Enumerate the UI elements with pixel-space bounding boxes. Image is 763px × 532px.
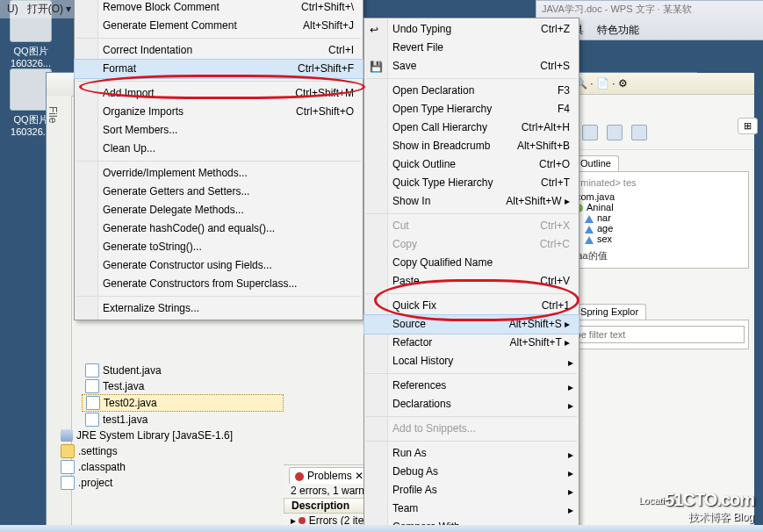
submenu-arrow-icon: ▸ [568,356,573,370]
menu-shortcut: Ctrl+Shift+F [298,62,354,75]
menu-item-label: Format [103,62,136,75]
menu-item[interactable]: Declarations▸ [364,395,579,413]
menu-item[interactable]: Generate Delegate Methods... [75,201,363,219]
filter-input[interactable] [564,326,745,343]
problems-tab[interactable]: Problems ✕ [289,467,370,484]
menu-item[interactable]: Add ImportCtrl+Shift+M [75,84,363,103]
outline-field[interactable]: sex [564,234,743,244]
toolbar-row [552,121,754,150]
menu-shortcut: Alt+Shift+T ▸ [510,336,570,349]
menu-item[interactable]: Debug As▸ [364,463,579,481]
menu-item[interactable]: Local History▸ [364,352,579,370]
menu-item[interactable]: Override/Implement Methods... [75,164,363,183]
menu-item[interactable]: Open DeclarationF3 [364,82,579,100]
menu-item[interactable]: PasteCtrl+V [364,272,579,291]
menu-item[interactable]: Generate Constructor using Fields... [75,256,363,275]
menu-item[interactable]: Show in BreadcrumbAlt+Shift+B [364,137,579,155]
menu-item-label: Add Import [103,87,155,99]
menu-item[interactable]: FormatCtrl+Shift+F [75,60,363,78]
console-status: <terminated> tes [564,177,743,188]
menu-item[interactable]: Generate Constructors from Superclass... [75,275,363,293]
desktop: QQ图片 160326... QQ图片 160326... JAVA学习.doc… [0,0,763,532]
menu-item-label: Generate Getters and Setters... [103,185,249,198]
menu-item[interactable]: RefactorAlt+Shift+T ▸ [364,334,579,352]
menu-item-label: Paste [392,275,420,287]
java-file[interactable]: test1.java [82,412,284,428]
tool-icon[interactable] [631,125,647,140]
taskbar[interactable] [0,525,763,532]
side-tab-label[interactable]: File [47,96,59,123]
outline-package[interactable]: com.java [564,191,743,202]
folder[interactable]: .settings [57,443,284,459]
menu-item[interactable]: Open Call HierarchyCtrl+Alt+H [364,119,579,137]
source-submenu[interactable]: Remove Block CommentCtrl+Shift+\Generate… [74,0,364,320]
menu-item[interactable]: Generate Getters and Setters... [75,183,363,201]
jre-library[interactable]: JRE System Library [JavaSE-1.6] [57,428,284,443]
menubar-fragment[interactable]: U) 打开(O) ▾ [0,0,78,18]
menu-item[interactable]: Quick Type HierarchyCtrl+T [364,174,579,192]
menu-item-label: Quick Type Hierarchy [392,176,493,189]
menu-item[interactable]: 打开(O) [27,3,63,15]
menu-item[interactable]: Quick OutlineCtrl+O [364,155,579,174]
menu-item[interactable]: Remove Block CommentCtrl+Shift+\ [75,0,363,17]
watermark-small: 技术博客 Blog [665,510,754,525]
spring-explorer-view[interactable]: 🍃 Spring Explor [558,304,749,349]
menu-item[interactable]: U) [7,3,18,15]
menu-item[interactable]: SourceAlt+Shift+S ▸ [364,315,579,334]
menu-item[interactable]: Generate toString()... [75,238,363,256]
menu-item: CopyCtrl+C [364,235,579,254]
menu-item[interactable]: Clean Up... [75,140,363,158]
menu-item[interactable]: SaveCtrl+S💾 [364,57,579,75]
menu-item[interactable]: Run As▸ [364,444,579,463]
file-label: test1.java [103,413,148,427]
dotfile[interactable]: .project [57,475,284,491]
menu-item[interactable]: Organize ImportsCtrl+Shift+O [75,103,363,121]
menu-item-label: Copy [392,238,417,250]
tool-icon[interactable] [607,125,623,140]
menu-item[interactable]: Sort Members... [75,121,363,140]
menu-shortcut: Ctrl+X [540,219,570,233]
menu-item[interactable]: Open Type HierarchyF4 [364,100,579,119]
menu-item[interactable]: Quick FixCtrl+1 [364,297,579,315]
menu-item[interactable]: Copy Qualified Name [364,254,579,272]
java-file[interactable]: Test.java [82,378,284,394]
menu-item-label: Clean Up... [103,142,155,155]
menu-separator [76,296,361,297]
ribbon-tab[interactable]: 特色功能 [597,24,639,36]
console-output: 8.5aa的值 [564,249,743,262]
menu-item[interactable]: Externalize Strings... [75,299,363,318]
menu-item-label: Undo Typing [392,23,451,35]
menu-item-label: Show in Breadcrumb [392,140,490,152]
menu-item-label: Generate Constructors from Superclass... [103,277,297,290]
outline-class[interactable]: Aninal [564,202,743,212]
menu-item[interactable]: Team▸ [364,500,579,518]
menu-item-label: Generate Constructor using Fields... [103,259,272,271]
menu-item[interactable]: Generate Element CommentAlt+Shift+J [75,17,363,35]
menu-item[interactable]: Undo TypingCtrl+Z↩ [364,20,579,39]
menu-item[interactable]: Show InAlt+Shift+W ▸ [364,192,579,211]
menu-item[interactable]: Correct IndentationCtrl+I [75,41,363,60]
java-file-selected[interactable]: Test02.java [82,394,284,412]
perspective-switcher[interactable]: ⊞ ☕Java [738,115,763,136]
dotfile[interactable]: .classpath [57,459,284,475]
menu-item-label: Show In [392,195,430,207]
outline-view[interactable]: 📋 Outline <terminated> tes com.java Anin… [558,155,749,269]
java-file[interactable]: Student.java [82,363,284,378]
toolbar-row: ≡ · 🔍 · 📄 · ⚙ [552,73,754,95]
menu-item[interactable]: References▸ [364,377,579,395]
menu-item[interactable]: Profile As▸ [364,481,579,500]
menu-item[interactable]: Revert File [364,39,579,57]
menu-shortcut: Alt+Shift+S ▸ [509,318,570,331]
menu-item[interactable]: Generate hashCode() and equals()... [75,219,363,238]
outline-field[interactable]: age [564,223,743,234]
java-file-icon [85,379,99,393]
menu-item-label: Remove Block Comment [103,1,220,13]
menu-separator [366,293,577,294]
menu-item-label: Team [392,502,418,514]
desktop-icon-label: QQ图片 160326... [11,46,51,68]
editor-context-menu[interactable]: Undo TypingCtrl+Z↩Revert FileSaveCtrl+S💾… [364,18,579,532]
menu-item-label: Open Call Hierarchy [392,121,487,133]
open-perspective-button[interactable]: ⊞ [738,118,758,134]
tool-icon[interactable] [582,125,598,140]
outline-field[interactable]: nar [564,212,743,223]
